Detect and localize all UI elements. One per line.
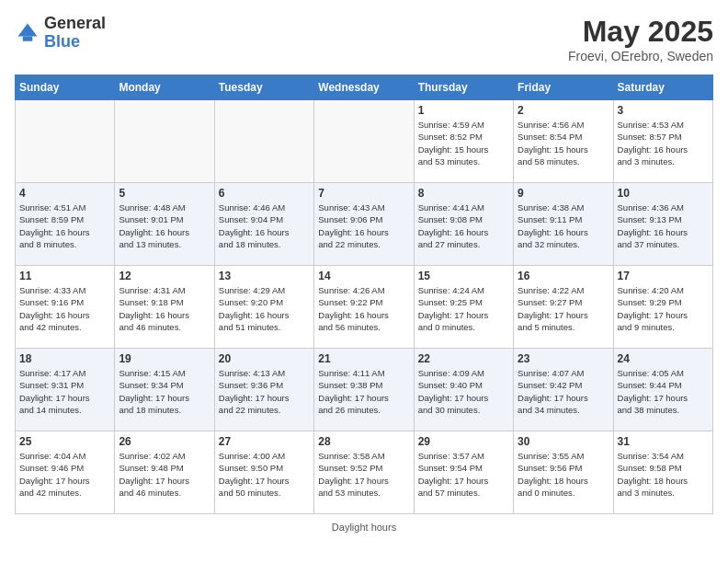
day-info: Sunrise: 4:36 AM Sunset: 9:13 PM Dayligh… bbox=[618, 201, 709, 250]
day-info: Sunrise: 4:43 AM Sunset: 9:06 PM Dayligh… bbox=[318, 201, 409, 250]
logo-text: General Blue bbox=[44, 15, 106, 52]
day-number: 9 bbox=[518, 187, 609, 200]
calendar-cell: 8Sunrise: 4:41 AM Sunset: 9:08 PM Daylig… bbox=[414, 183, 513, 266]
day-info: Sunrise: 4:17 AM Sunset: 9:31 PM Dayligh… bbox=[19, 367, 110, 416]
day-info: Sunrise: 3:57 AM Sunset: 9:54 PM Dayligh… bbox=[418, 450, 509, 499]
calendar-cell: 14Sunrise: 4:26 AM Sunset: 9:22 PM Dayli… bbox=[314, 266, 414, 349]
day-info: Sunrise: 4:41 AM Sunset: 9:08 PM Dayligh… bbox=[418, 201, 509, 250]
day-number: 17 bbox=[618, 270, 709, 282]
calendar-cell bbox=[314, 100, 414, 183]
day-info: Sunrise: 4:38 AM Sunset: 9:11 PM Dayligh… bbox=[518, 201, 609, 250]
header-tuesday: Tuesday bbox=[214, 75, 313, 100]
day-info: Sunrise: 3:55 AM Sunset: 9:56 PM Dayligh… bbox=[518, 450, 609, 499]
day-number: 22 bbox=[418, 352, 509, 365]
calendar-cell: 3Sunrise: 4:53 AM Sunset: 8:57 PM Daylig… bbox=[613, 100, 712, 183]
calendar-cell: 12Sunrise: 4:31 AM Sunset: 9:18 PM Dayli… bbox=[115, 266, 214, 349]
calendar-cell: 18Sunrise: 4:17 AM Sunset: 9:31 PM Dayli… bbox=[16, 349, 115, 431]
page-subtitle: Froevi, OErebro, Sweden bbox=[568, 49, 713, 63]
day-info: Sunrise: 4:00 AM Sunset: 9:50 PM Dayligh… bbox=[219, 450, 310, 499]
day-number: 16 bbox=[518, 270, 609, 282]
calendar-cell: 7Sunrise: 4:43 AM Sunset: 9:06 PM Daylig… bbox=[314, 183, 414, 266]
header-saturday: Saturday bbox=[613, 75, 712, 100]
title-block: May 2025 Froevi, OErebro, Sweden bbox=[568, 15, 713, 63]
day-number: 10 bbox=[618, 187, 709, 200]
calendar-week-row: 25Sunrise: 4:04 AM Sunset: 9:46 PM Dayli… bbox=[16, 431, 713, 514]
page-title: May 2025 bbox=[568, 15, 713, 49]
day-number: 29 bbox=[418, 435, 509, 448]
day-number: 6 bbox=[219, 187, 310, 200]
day-info: Sunrise: 4:15 AM Sunset: 9:34 PM Dayligh… bbox=[119, 367, 210, 416]
day-info: Sunrise: 4:22 AM Sunset: 9:27 PM Dayligh… bbox=[518, 284, 609, 333]
day-info: Sunrise: 4:29 AM Sunset: 9:20 PM Dayligh… bbox=[219, 284, 310, 333]
header-wednesday: Wednesday bbox=[314, 75, 414, 100]
day-info: Sunrise: 4:07 AM Sunset: 9:42 PM Dayligh… bbox=[518, 367, 609, 416]
day-info: Sunrise: 4:48 AM Sunset: 9:01 PM Dayligh… bbox=[119, 201, 210, 250]
header-row: Sunday Monday Tuesday Wednesday Thursday… bbox=[16, 75, 713, 100]
day-info: Sunrise: 4:51 AM Sunset: 8:59 PM Dayligh… bbox=[19, 201, 110, 250]
day-number: 7 bbox=[318, 187, 409, 200]
day-info: Sunrise: 4:11 AM Sunset: 9:38 PM Dayligh… bbox=[318, 367, 409, 416]
calendar-header: Sunday Monday Tuesday Wednesday Thursday… bbox=[16, 75, 713, 100]
logo-general: General bbox=[44, 14, 106, 32]
calendar-cell: 30Sunrise: 3:55 AM Sunset: 9:56 PM Dayli… bbox=[514, 431, 613, 514]
header-sunday: Sunday bbox=[16, 75, 115, 100]
calendar-cell: 20Sunrise: 4:13 AM Sunset: 9:36 PM Dayli… bbox=[214, 349, 313, 431]
daylight-label: Daylight hours bbox=[332, 522, 396, 533]
day-info: Sunrise: 4:56 AM Sunset: 8:54 PM Dayligh… bbox=[518, 119, 609, 167]
calendar-cell: 24Sunrise: 4:05 AM Sunset: 9:44 PM Dayli… bbox=[613, 349, 712, 431]
day-number: 2 bbox=[518, 104, 609, 117]
calendar-week-row: 4Sunrise: 4:51 AM Sunset: 8:59 PM Daylig… bbox=[16, 183, 713, 266]
calendar-week-row: 18Sunrise: 4:17 AM Sunset: 9:31 PM Dayli… bbox=[16, 349, 713, 431]
day-number: 27 bbox=[219, 435, 310, 448]
day-number: 26 bbox=[119, 435, 210, 448]
calendar-cell bbox=[214, 100, 313, 183]
calendar-cell: 22Sunrise: 4:09 AM Sunset: 9:40 PM Dayli… bbox=[414, 349, 513, 431]
calendar-cell: 9Sunrise: 4:38 AM Sunset: 9:11 PM Daylig… bbox=[514, 183, 613, 266]
calendar-body: 1Sunrise: 4:59 AM Sunset: 8:52 PM Daylig… bbox=[16, 100, 713, 514]
calendar-cell: 2Sunrise: 4:56 AM Sunset: 8:54 PM Daylig… bbox=[514, 100, 613, 183]
calendar-cell bbox=[115, 100, 214, 183]
day-info: Sunrise: 4:09 AM Sunset: 9:40 PM Dayligh… bbox=[418, 367, 509, 416]
header-thursday: Thursday bbox=[414, 75, 513, 100]
day-info: Sunrise: 4:05 AM Sunset: 9:44 PM Dayligh… bbox=[618, 367, 709, 416]
day-number: 11 bbox=[19, 270, 110, 282]
day-info: Sunrise: 4:04 AM Sunset: 9:46 PM Dayligh… bbox=[19, 450, 110, 499]
day-info: Sunrise: 4:20 AM Sunset: 9:29 PM Dayligh… bbox=[618, 284, 709, 333]
calendar-cell: 19Sunrise: 4:15 AM Sunset: 9:34 PM Dayli… bbox=[115, 349, 214, 431]
calendar-cell: 26Sunrise: 4:02 AM Sunset: 9:48 PM Dayli… bbox=[115, 431, 214, 514]
footer: Daylight hours bbox=[15, 522, 713, 533]
day-number: 8 bbox=[418, 187, 509, 200]
day-number: 20 bbox=[219, 352, 310, 365]
calendar-cell: 28Sunrise: 3:58 AM Sunset: 9:52 PM Dayli… bbox=[314, 431, 414, 514]
day-info: Sunrise: 4:59 AM Sunset: 8:52 PM Dayligh… bbox=[418, 119, 509, 167]
day-number: 1 bbox=[418, 104, 509, 117]
day-number: 25 bbox=[19, 435, 110, 448]
calendar-cell: 27Sunrise: 4:00 AM Sunset: 9:50 PM Dayli… bbox=[214, 431, 313, 514]
calendar-cell: 25Sunrise: 4:04 AM Sunset: 9:46 PM Dayli… bbox=[16, 431, 115, 514]
calendar-cell bbox=[16, 100, 115, 183]
calendar-cell: 23Sunrise: 4:07 AM Sunset: 9:42 PM Dayli… bbox=[514, 349, 613, 431]
logo-blue: Blue bbox=[44, 32, 80, 51]
svg-marker-0 bbox=[18, 23, 38, 36]
calendar-cell: 5Sunrise: 4:48 AM Sunset: 9:01 PM Daylig… bbox=[115, 183, 214, 266]
day-number: 3 bbox=[618, 104, 709, 117]
calendar-cell: 1Sunrise: 4:59 AM Sunset: 8:52 PM Daylig… bbox=[414, 100, 513, 183]
calendar-cell: 29Sunrise: 3:57 AM Sunset: 9:54 PM Dayli… bbox=[414, 431, 513, 514]
calendar-cell: 16Sunrise: 4:22 AM Sunset: 9:27 PM Dayli… bbox=[514, 266, 613, 349]
calendar-week-row: 11Sunrise: 4:33 AM Sunset: 9:16 PM Dayli… bbox=[16, 266, 713, 349]
calendar-cell: 17Sunrise: 4:20 AM Sunset: 9:29 PM Dayli… bbox=[613, 266, 712, 349]
day-number: 18 bbox=[19, 352, 110, 365]
day-number: 21 bbox=[318, 352, 409, 365]
header-friday: Friday bbox=[514, 75, 613, 100]
day-info: Sunrise: 4:53 AM Sunset: 8:57 PM Dayligh… bbox=[618, 119, 709, 167]
day-info: Sunrise: 4:24 AM Sunset: 9:25 PM Dayligh… bbox=[418, 284, 509, 333]
day-number: 13 bbox=[219, 270, 310, 282]
calendar-cell: 4Sunrise: 4:51 AM Sunset: 8:59 PM Daylig… bbox=[16, 183, 115, 266]
day-info: Sunrise: 3:58 AM Sunset: 9:52 PM Dayligh… bbox=[318, 450, 409, 499]
day-number: 5 bbox=[119, 187, 210, 200]
day-info: Sunrise: 4:46 AM Sunset: 9:04 PM Dayligh… bbox=[219, 201, 310, 250]
day-number: 19 bbox=[119, 352, 210, 365]
day-info: Sunrise: 4:26 AM Sunset: 9:22 PM Dayligh… bbox=[318, 284, 409, 333]
calendar-cell: 13Sunrise: 4:29 AM Sunset: 9:20 PM Dayli… bbox=[214, 266, 313, 349]
day-info: Sunrise: 4:31 AM Sunset: 9:18 PM Dayligh… bbox=[119, 284, 210, 333]
